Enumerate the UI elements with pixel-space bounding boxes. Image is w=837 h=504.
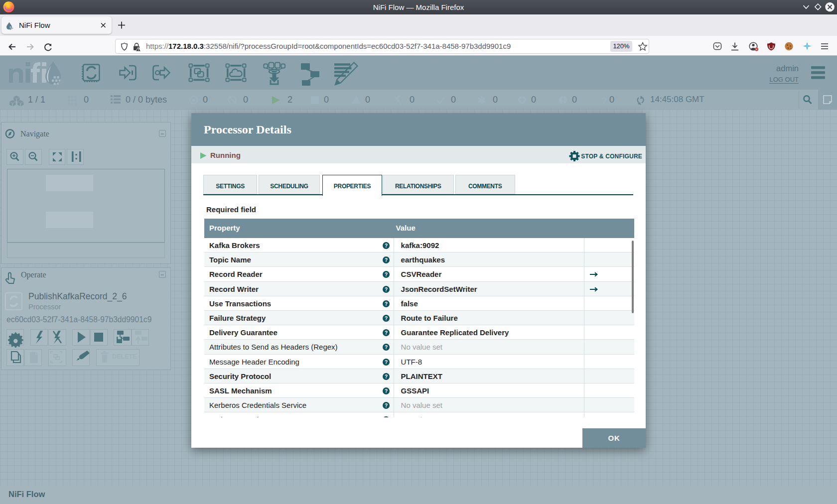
svg-text:?: ? (385, 257, 388, 263)
svg-text:?: ? (385, 330, 388, 336)
svg-text:?: ? (601, 95, 607, 106)
svg-text:?: ? (385, 315, 388, 321)
svg-text:?: ? (385, 403, 388, 408)
svg-text:?: ? (385, 345, 388, 350)
svg-text:?: ? (385, 286, 388, 292)
svg-text:?: ? (385, 243, 388, 249)
svg-text:?: ? (385, 374, 388, 379)
svg-text:?: ? (385, 359, 388, 365)
svg-text:?: ? (385, 272, 388, 277)
svg-text:?: ? (385, 388, 388, 393)
svg-text:?: ? (385, 301, 388, 306)
